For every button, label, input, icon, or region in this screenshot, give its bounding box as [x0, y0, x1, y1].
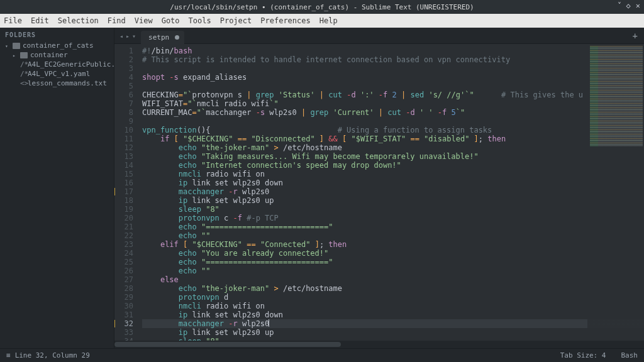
horizontal-scrollbar[interactable] [114, 341, 644, 348]
code-line[interactable]: protonvpn c -f #-p TCP [142, 214, 644, 222]
code-line[interactable]: echo "the-joker-man" > /etc/hostname [142, 284, 644, 293]
code-line[interactable]: macchanger -r wlp2s0 [142, 187, 644, 196]
window-close-icon[interactable]: ✕ [636, 1, 640, 10]
line-number[interactable]: 15 [114, 170, 133, 178]
menu-icon[interactable]: ≡ [6, 351, 10, 359]
sidebar-item[interactable]: container [13, 50, 114, 60]
menu-file[interactable]: File [4, 16, 22, 25]
code-line[interactable] [142, 82, 644, 90]
line-number[interactable]: 23 [114, 240, 133, 249]
line-number[interactable]: 9 [114, 117, 133, 126]
chevron-down-icon[interactable] [5, 41, 10, 50]
code-line[interactable] [142, 117, 644, 126]
sidebar-project-root[interactable]: container_of_cats [5, 41, 114, 50]
code-line[interactable]: # This script is intended to handle inte… [142, 55, 644, 64]
chevron-right-icon[interactable] [13, 51, 18, 59]
code-area[interactable]: #!/bin/bash# This script is intended to … [138, 44, 644, 348]
window-minimize-icon[interactable]: ˅ [618, 1, 621, 10]
line-number-gutter[interactable]: 1234567891011121314151617181920212223242… [114, 44, 138, 348]
status-syntax[interactable]: Bash [621, 351, 638, 359]
code-line[interactable]: protonvpn d [142, 293, 644, 302]
code-line[interactable]: CHECKING="`protonvpn s | grep 'Status' |… [142, 90, 644, 99]
line-number[interactable]: 16 [114, 178, 133, 187]
line-number[interactable]: 32 [114, 319, 133, 328]
line-number[interactable]: 27 [114, 275, 133, 284]
line-number[interactable]: 10 [114, 126, 133, 134]
chevron-left-icon[interactable]: ◂ [119, 33, 123, 40]
code-line[interactable]: ip link set wlp2s0 down [142, 310, 644, 319]
menu-preferences[interactable]: Preferences [260, 16, 310, 25]
code-line[interactable]: echo "Taking measures... Wifi may become… [142, 152, 644, 161]
line-number[interactable]: 17 [114, 187, 133, 196]
chevron-right-icon[interactable]: ▸ [126, 33, 130, 40]
code-line[interactable]: if [ "$CHECKING" == "Disconnected" ] && … [142, 134, 644, 143]
code-line[interactable]: else [142, 275, 644, 284]
code-line[interactable]: elif [ "$CHECKING" == "Connected" ]; the… [142, 240, 644, 249]
line-number[interactable]: 31 [114, 310, 133, 319]
code-line[interactable]: #!/bin/bash [142, 47, 644, 55]
line-number[interactable]: 14 [114, 161, 133, 170]
line-number[interactable]: 20 [114, 214, 133, 222]
line-number[interactable]: 1 [114, 47, 133, 55]
chevron-down-icon[interactable]: ▾ [132, 33, 136, 40]
line-number[interactable]: 7 [114, 99, 133, 108]
menu-project[interactable]: Project [220, 16, 252, 25]
tab-nav-arrows[interactable]: ◂▸▾ [114, 33, 141, 43]
sidebar-item[interactable]: /*A4L_EC2GenericPublic.yaml [20, 60, 114, 69]
status-position[interactable]: Line 32, Column 29 [15, 351, 90, 359]
code-line[interactable]: echo "You are already connected!" [142, 249, 644, 258]
code-line[interactable]: WIFI_STAT="`nmcli radio wifi`" [142, 99, 644, 108]
line-number[interactable]: 3 [114, 64, 133, 73]
menu-edit[interactable]: Edit [31, 16, 49, 25]
code-line[interactable] [142, 64, 644, 73]
line-number[interactable]: 21 [114, 222, 133, 231]
tab-setpn[interactable]: setpn [141, 31, 184, 44]
line-number[interactable]: 6 [114, 90, 133, 99]
menu-tools[interactable]: Tools [189, 16, 211, 25]
line-number[interactable]: 33 [114, 328, 133, 337]
line-number[interactable]: 29 [114, 293, 133, 302]
line-number[interactable]: 28 [114, 284, 133, 293]
code-line[interactable]: echo "Internet connection's speed may dr… [142, 161, 644, 170]
minimap[interactable] [587, 44, 644, 348]
code-line[interactable]: macchanger -r wlp2s0 [142, 319, 644, 328]
code-line[interactable]: nmcli radio wifi on [142, 302, 644, 310]
line-number[interactable]: 8 [114, 108, 133, 117]
line-number[interactable]: 5 [114, 82, 133, 90]
menu-selection[interactable]: Selection [58, 16, 99, 25]
status-tabsize[interactable]: Tab Size: 4 [560, 351, 606, 359]
code-line[interactable]: ip link set wlp2s0 up [142, 196, 644, 205]
line-number[interactable]: 26 [114, 266, 133, 275]
code-line[interactable]: echo "the-joker-man" > /etc/hostname [142, 143, 644, 152]
code-line[interactable]: sleep "8" [142, 205, 644, 214]
code-line[interactable]: CURRENT_MAC="`macchanger -s wlp2s0 | gre… [142, 108, 644, 117]
code-line[interactable]: nmcli radio wifi on [142, 170, 644, 178]
window-maximize-icon[interactable]: ◇ [626, 1, 631, 10]
line-number[interactable]: 2 [114, 55, 133, 64]
line-number[interactable]: 19 [114, 205, 133, 214]
code-line[interactable]: echo "===========================" [142, 258, 644, 266]
code-line[interactable]: echo "===========================" [142, 222, 644, 231]
line-number[interactable]: 24 [114, 249, 133, 258]
code-line[interactable]: shopt -s expand_aliases [142, 73, 644, 82]
line-number[interactable]: 12 [114, 143, 133, 152]
line-number[interactable]: 4 [114, 73, 133, 82]
line-number[interactable]: 18 [114, 196, 133, 205]
line-number[interactable]: 25 [114, 258, 133, 266]
sidebar-item[interactable]: <>lesson_commands.txt [20, 79, 114, 88]
menu-goto[interactable]: Goto [162, 16, 180, 25]
line-number[interactable]: 30 [114, 302, 133, 310]
code-line[interactable]: ip link set wlp2s0 down [142, 178, 644, 187]
line-number[interactable]: 11 [114, 134, 133, 143]
menu-find[interactable]: Find [108, 16, 126, 25]
menu-view[interactable]: View [135, 16, 153, 25]
code-line[interactable]: ip link set wlp2s0 up [142, 328, 644, 337]
scrollbar-thumb[interactable] [114, 342, 341, 347]
line-number[interactable]: 22 [114, 231, 133, 240]
line-number[interactable]: 13 [114, 152, 133, 161]
code-line[interactable]: echo "" [142, 266, 644, 275]
menu-help[interactable]: Help [319, 16, 338, 25]
code-line[interactable]: vpn_function(){ # Using a function to as… [142, 126, 644, 134]
code-line[interactable]: echo "" [142, 231, 644, 240]
sidebar-item[interactable]: /*A4L_VPC_v1.yaml [20, 69, 114, 79]
